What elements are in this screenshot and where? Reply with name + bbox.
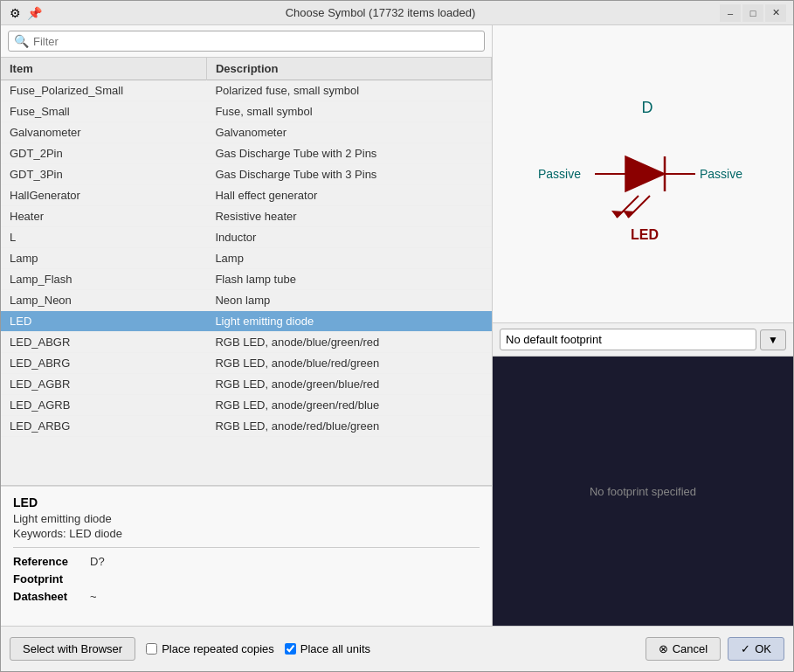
symbol-table: Item Description Fuse_Polarized_SmallPol… <box>1 58 492 486</box>
led-symbol-svg: D Passive Passive <box>512 87 774 261</box>
col-item: Item <box>1 58 206 80</box>
cell-description: RGB LED, anode/red/blue/green <box>206 416 491 437</box>
search-icon: 🔍 <box>14 34 29 48</box>
datasheet-label: Datasheet <box>13 590 83 603</box>
place-copies-checkbox[interactable] <box>146 643 157 655</box>
cell-description: Inductor <box>206 227 491 248</box>
reference-label: Reference <box>13 555 83 568</box>
table-row[interactable]: Fuse_SmallFuse, small symbol <box>1 101 492 122</box>
label-passive-left: Passive <box>538 167 581 181</box>
cell-description: Light emitting diode <box>206 311 491 332</box>
svg-marker-5 <box>623 211 635 218</box>
cell-description: RGB LED, anode/blue/green/red <box>206 332 491 353</box>
table-row[interactable]: Lamp_NeonNeon lamp <box>1 290 492 311</box>
window-controls: – □ ✕ <box>720 4 786 22</box>
cell-item: L <box>1 227 206 248</box>
cell-description: Hall effect generator <box>206 185 491 206</box>
table-row[interactable]: LampLamp <box>1 248 492 269</box>
place-units-checkbox[interactable] <box>285 643 296 655</box>
table-row[interactable]: LED_AGRBRGB LED, anode/green/red/blue <box>1 395 492 416</box>
table-row[interactable]: GDT_2PinGas Discharge Tube with 2 Pins <box>1 143 492 164</box>
cell-description: Resistive heater <box>206 206 491 227</box>
info-description: Light emitting diode <box>13 512 480 525</box>
table-row[interactable]: LInductor <box>1 227 492 248</box>
footprint-select[interactable]: No default footprint <box>500 329 756 350</box>
label-led: LED <box>631 227 659 242</box>
table-row[interactable]: LED_ARBGRGB LED, anode/red/blue/green <box>1 416 492 437</box>
cell-item: Fuse_Polarized_Small <box>1 80 206 101</box>
table-row[interactable]: Fuse_Polarized_SmallPolarized fuse, smal… <box>1 80 492 101</box>
field-datasheet: Datasheet ~ <box>13 590 480 603</box>
table-row[interactable]: HeaterResistive heater <box>1 206 492 227</box>
table-row[interactable]: LED_AGBRRGB LED, anode/green/blue/red <box>1 374 492 395</box>
footprint-dropdown-button[interactable]: ▼ <box>760 329 786 350</box>
cell-item: Heater <box>1 206 206 227</box>
title-bar-left: ⚙ 📌 <box>8 6 41 20</box>
cell-description: Polarized fuse, small symbol <box>206 80 491 101</box>
no-footprint-text: No footprint specified <box>590 485 696 498</box>
left-panel: 🔍 Item Description Fuse_Polarized_SmallP… <box>1 25 493 626</box>
cell-item: LED_AGRB <box>1 395 206 416</box>
cell-description: Flash lamp tube <box>206 269 491 290</box>
cell-description: RGB LED, anode/blue/red/green <box>206 353 491 374</box>
info-title: LED <box>13 495 480 509</box>
table-row[interactable]: LEDLight emitting diode <box>1 311 492 332</box>
cell-item: Lamp_Neon <box>1 290 206 311</box>
bottom-right: ⊗ Cancel ✓ OK <box>646 637 784 661</box>
datasheet-value: ~ <box>90 590 97 603</box>
table-row[interactable]: HallGeneratorHall effect generator <box>1 185 492 206</box>
cell-item: LED_ABRG <box>1 353 206 374</box>
main-content: 🔍 Item Description Fuse_Polarized_SmallP… <box>1 25 793 626</box>
table-row[interactable]: GalvanometerGalvanometer <box>1 122 492 143</box>
cell-description: Neon lamp <box>206 290 491 311</box>
app-icon: ⚙ <box>8 6 22 20</box>
cell-description: Fuse, small symbol <box>206 101 491 122</box>
table-row[interactable]: Lamp_FlashFlash lamp tube <box>1 269 492 290</box>
search-wrap: 🔍 <box>8 31 485 52</box>
table-row[interactable]: LED_ABGRRGB LED, anode/blue/green/red <box>1 332 492 353</box>
place-units-text: Place all units <box>300 642 370 655</box>
cell-item: LED_ABGR <box>1 332 206 353</box>
select-browser-button[interactable]: Select with Browser <box>10 637 135 661</box>
cell-description: Galvanometer <box>206 122 491 143</box>
place-copies-label[interactable]: Place repeated copies <box>146 642 274 655</box>
svg-marker-3 <box>611 211 624 218</box>
label-d: D <box>642 99 653 116</box>
cell-description: RGB LED, anode/green/blue/red <box>206 374 491 395</box>
bottom-left: Select with Browser Place repeated copie… <box>10 637 370 661</box>
cell-description: Gas Discharge Tube with 2 Pins <box>206 143 491 164</box>
bottom-bar: Select with Browser Place repeated copie… <box>1 626 793 671</box>
place-copies-text: Place repeated copies <box>162 642 274 655</box>
diode-triangle <box>625 156 665 191</box>
reference-value: D? <box>90 555 105 568</box>
ok-button[interactable]: ✓ OK <box>728 637 784 661</box>
cell-description: RGB LED, anode/green/red/blue <box>206 395 491 416</box>
cancel-button[interactable]: ⊗ Cancel <box>646 637 721 661</box>
search-bar: 🔍 <box>1 25 492 58</box>
cell-item: GDT_2Pin <box>1 143 206 164</box>
table-row[interactable]: GDT_3PinGas Discharge Tube with 3 Pins <box>1 164 492 185</box>
cell-item: LED <box>1 311 206 332</box>
ok-label: OK <box>755 642 771 655</box>
cell-item: LED_ARBG <box>1 416 206 437</box>
search-input[interactable] <box>33 35 479 48</box>
field-reference: Reference D? <box>13 555 480 568</box>
footprint-label: Footprint <box>13 572 83 585</box>
place-units-label[interactable]: Place all units <box>285 642 370 655</box>
cell-item: LED_AGBR <box>1 374 206 395</box>
info-fields: Reference D? Footprint Datasheet ~ <box>13 555 480 603</box>
cancel-icon: ⊗ <box>659 642 668 655</box>
cell-item: Lamp <box>1 248 206 269</box>
table-row[interactable]: LED_ABRGRGB LED, anode/blue/red/green <box>1 353 492 374</box>
right-panel: D Passive Passive <box>493 25 793 626</box>
cell-description: Gas Discharge Tube with 3 Pins <box>206 164 491 185</box>
footprint-preview: No footprint specified <box>493 357 793 626</box>
maximize-button[interactable]: □ <box>742 4 763 22</box>
info-panel: LED Light emitting diode Keywords: LED d… <box>1 486 492 626</box>
close-button[interactable]: ✕ <box>765 4 786 22</box>
ok-icon: ✓ <box>741 642 750 655</box>
cell-description: Lamp <box>206 248 491 269</box>
info-keywords: Keywords: LED diode <box>13 527 480 540</box>
minimize-button[interactable]: – <box>720 4 741 22</box>
cancel-label: Cancel <box>673 642 708 655</box>
